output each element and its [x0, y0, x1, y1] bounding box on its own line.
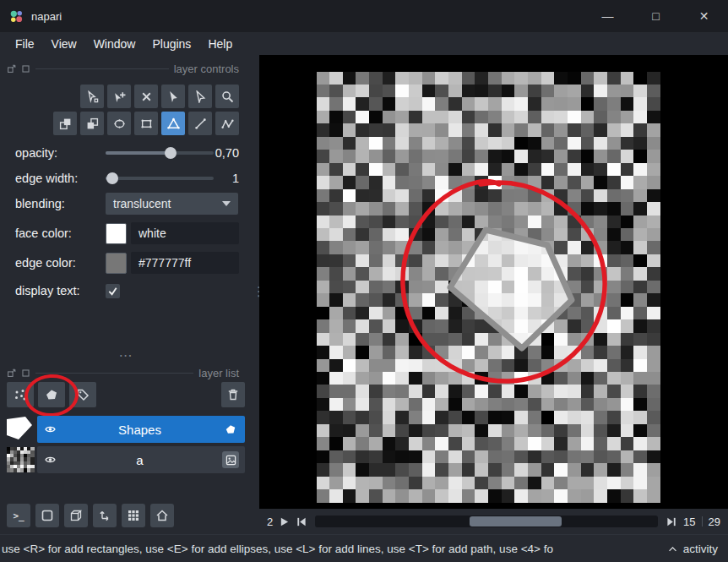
skip-start-button[interactable]: [296, 516, 307, 527]
face-color-label: face color:: [15, 226, 106, 240]
shapes-layer-icon: [45, 388, 58, 401]
hide-panel-icon[interactable]: [21, 368, 30, 378]
visibility-eye-button[interactable]: [43, 454, 57, 466]
float-panel-icon[interactable]: [7, 368, 16, 378]
dims-axis-label: 2: [267, 516, 273, 528]
panel-splitter[interactable]: ⋮: [253, 55, 259, 534]
ellipse-icon: [113, 117, 126, 130]
header-rule: [35, 68, 169, 69]
edge-color-label: edge color:: [15, 256, 106, 270]
shapes-type-icon: [222, 421, 239, 438]
canvas-area: 2 15 29: [259, 55, 728, 534]
face-color-swatch[interactable]: [106, 223, 127, 244]
hide-panel-icon[interactable]: [21, 64, 30, 74]
tool-add-polygon-button[interactable]: [161, 112, 185, 135]
layer-row-a[interactable]: a: [7, 446, 245, 473]
edge-width-slider[interactable]: [106, 167, 214, 189]
minimize-icon: —: [602, 9, 614, 23]
edge-width-value: 1: [232, 172, 239, 185]
edge-color-swatch[interactable]: [106, 253, 127, 274]
layer-buttons-row: [7, 382, 245, 407]
viewer-buttons: >_: [7, 504, 174, 527]
canvas-overlay: [259, 55, 728, 509]
transpose-button[interactable]: [93, 504, 117, 527]
new-points-layer-button[interactable]: [7, 382, 34, 407]
maximize-icon: □: [652, 9, 659, 23]
console-button[interactable]: >_: [7, 504, 30, 527]
trash-icon: [226, 388, 240, 401]
total-steps: 29: [709, 516, 720, 528]
tool-vertex-insert-button[interactable]: [107, 85, 131, 108]
delete-layer-button[interactable]: [221, 382, 245, 407]
tool-move-front-button[interactable]: [80, 112, 104, 135]
opacity-slider[interactable]: [106, 142, 214, 164]
tool-select-vertices-button[interactable]: [80, 85, 104, 108]
rectangle-icon: [140, 117, 153, 130]
move-back-icon: [59, 117, 72, 130]
layer-row-shapes[interactable]: Shapes: [7, 416, 245, 443]
labels-layer-icon: [76, 388, 90, 401]
tool-pan-zoom-button[interactable]: [215, 85, 239, 108]
visibility-eye-button[interactable]: [43, 423, 57, 435]
new-labels-layer-button[interactable]: [69, 382, 96, 407]
tool-vertex-remove-button[interactable]: [134, 85, 158, 108]
napari-window: napari — □ ✕ File View Window Plugins He…: [0, 0, 728, 562]
edge-color-value: #777777ff: [139, 256, 191, 270]
opacity-slider-fill: [106, 151, 171, 155]
skip-end-button[interactable]: [666, 516, 677, 527]
edge-width-slider-track[interactable]: [106, 177, 214, 180]
layer-list-title: layer list: [198, 367, 239, 379]
eye-icon: [43, 423, 57, 435]
edge-color-field[interactable]: #777777ff: [131, 252, 239, 274]
edge-width-slider-handle[interactable]: [106, 172, 118, 184]
dock-splitter-handle[interactable]: ⋯: [0, 349, 253, 363]
select-shapes-icon: [167, 90, 180, 103]
image-type-icon: [222, 451, 239, 468]
vertex-insert-icon: [113, 90, 126, 103]
layer-name: Shapes: [57, 423, 222, 437]
roll-dims-button[interactable]: [64, 504, 88, 527]
layer-controls-header: layer controls: [7, 62, 239, 75]
dims-slider[interactable]: [315, 516, 658, 527]
tool-add-ellipse-button[interactable]: [107, 112, 131, 135]
face-color-field[interactable]: white: [131, 222, 239, 244]
grid-button[interactable]: [122, 504, 145, 527]
opacity-slider-handle[interactable]: [165, 147, 177, 159]
activity-button[interactable]: activity: [668, 543, 718, 555]
tool-direct-select-button[interactable]: [188, 85, 212, 108]
current-step[interactable]: 15: [683, 516, 695, 528]
menubar: File View Window Plugins Help: [0, 32, 728, 55]
menu-item-plugins[interactable]: Plugins: [144, 37, 199, 51]
tool-move-back-button[interactable]: [53, 112, 77, 135]
maximize-button[interactable]: □: [632, 0, 680, 32]
home-button[interactable]: [150, 504, 174, 527]
magnifier-icon: [221, 90, 234, 103]
float-panel-icon[interactable]: [7, 64, 16, 74]
new-shapes-layer-button[interactable]: [38, 382, 65, 407]
dims-slider-handle[interactable]: [470, 516, 562, 527]
display-text-label: display text:: [15, 284, 106, 297]
menu-item-help[interactable]: Help: [199, 37, 241, 51]
menu-item-view[interactable]: View: [43, 37, 85, 51]
menu-item-file[interactable]: File: [7, 37, 43, 51]
display-text-checkbox[interactable]: [106, 284, 120, 298]
layer-list-header: layer list: [7, 366, 239, 379]
layer-name: a: [57, 453, 222, 467]
shape-tools-row-1: [80, 85, 239, 108]
blending-dropdown[interactable]: translucent: [106, 193, 238, 215]
chevron-up-icon: [668, 545, 677, 553]
tool-add-path-button[interactable]: [215, 112, 239, 135]
minimize-button[interactable]: —: [584, 0, 632, 32]
play-button[interactable]: [279, 516, 290, 527]
ndisplay-button[interactable]: [35, 504, 59, 527]
canvas-viewport[interactable]: [259, 55, 728, 509]
layer-controls-title: layer controls: [174, 63, 239, 75]
menu-item-window[interactable]: Window: [85, 37, 144, 51]
grid-icon: [127, 509, 140, 522]
close-button[interactable]: ✕: [680, 0, 728, 32]
tool-select-shapes-button[interactable]: [161, 85, 185, 108]
titlebar: napari — □ ✕: [0, 0, 728, 32]
tool-add-rectangle-button[interactable]: [134, 112, 158, 135]
tool-add-line-button[interactable]: [188, 112, 212, 135]
shapes-polygon[interactable]: [450, 230, 572, 348]
